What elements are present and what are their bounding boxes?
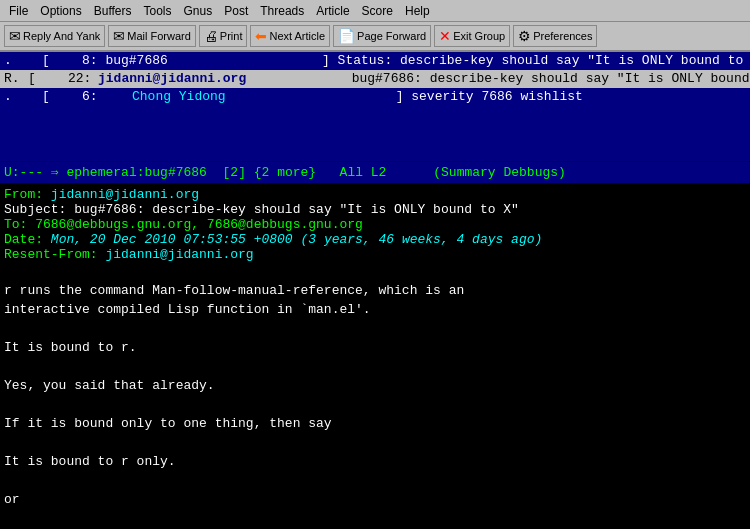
menu-article[interactable]: Article (311, 3, 354, 19)
menu-help[interactable]: Help (400, 3, 435, 19)
modeline-mode-name: (Summary Debbugs) (433, 165, 566, 180)
email-body-line (4, 433, 746, 452)
email-body-line (4, 395, 746, 414)
modeline-pos: All L2 (340, 165, 387, 180)
menu-score[interactable]: Score (357, 3, 398, 19)
table-row[interactable]: . [ 8: bug#7686 ] Status: describe-key s… (0, 52, 750, 70)
resent-label: Resent-From: (4, 247, 98, 262)
forward-icon: ✉ (113, 28, 125, 44)
email-body-line: interactive compiled Lisp function in `m… (4, 300, 746, 319)
preferences-icon: ⚙ (518, 28, 531, 44)
email-to-line: To: 7686@debbugs.gnu.org, 7686@debbugs.g… (4, 217, 746, 232)
modeline-arrow: ⇒ (51, 165, 67, 180)
menu-post[interactable]: Post (219, 3, 253, 19)
next-article-button[interactable]: ⬅ Next Article (250, 25, 330, 47)
message-list-spacer (0, 106, 750, 161)
message-list: . [ 8: bug#7686 ] Status: describe-key s… (0, 52, 750, 106)
email-body-line (4, 319, 746, 338)
email-body-line: It is bound to r. (4, 338, 746, 357)
menu-tools[interactable]: Tools (139, 3, 177, 19)
menu-gnus[interactable]: Gnus (179, 3, 218, 19)
email-date-line: Date: Mon, 20 Dec 2010 07:53:55 +0800 (3… (4, 232, 746, 247)
email-body-line (4, 509, 746, 528)
mail-forward-button[interactable]: ✉ Mail Forward (108, 25, 196, 47)
exit-icon: ✕ (439, 28, 451, 44)
page-forward-button[interactable]: 📄 Page Forward (333, 25, 431, 47)
print-icon: 🖨 (204, 28, 218, 44)
preferences-button[interactable]: ⚙ Preferences (513, 25, 597, 47)
toolbar: ✉ Reply And Yank ✉ Mail Forward 🖨 Print … (0, 22, 750, 52)
email-body-line: or (4, 490, 746, 509)
table-row[interactable]: R. [ 22: jidanni@jidanni.org bug#7686: d… (0, 70, 750, 88)
reply-icon: ✉ (9, 28, 21, 44)
email-subject-line: Subject: bug#7686: describe-key should s… (4, 202, 746, 217)
email-body: r runs the command Man-follow-manual-ref… (4, 262, 746, 529)
email-resent-line: Resent-From: jidanni@jidanni.org (4, 247, 746, 262)
next-icon: ⬅ (255, 28, 267, 44)
page-forward-icon: 📄 (338, 28, 355, 44)
menu-threads[interactable]: Threads (255, 3, 309, 19)
date-label: Date: (4, 232, 43, 247)
print-button[interactable]: 🖨 Print (199, 25, 248, 47)
email-content: From: jidanni@jidanni.org Subject: bug#7… (0, 183, 750, 529)
email-body-line: It is bound to r only. (4, 452, 746, 471)
table-row[interactable]: . [ 6: Chong Yidong ] severity 7686 wish… (0, 88, 750, 106)
exit-group-button[interactable]: ✕ Exit Group (434, 25, 510, 47)
reply-and-yank-button[interactable]: ✉ Reply And Yank (4, 25, 105, 47)
modeline-info: [2] {2 more} (215, 165, 332, 180)
modeline-mode (394, 165, 425, 180)
email-body-line (4, 262, 746, 281)
menubar: File Options Buffers Tools Gnus Post Thr… (0, 0, 750, 22)
email-body-line (4, 357, 746, 376)
from-label: From: (4, 187, 43, 202)
email-from-line: From: jidanni@jidanni.org (4, 187, 746, 202)
menu-options[interactable]: Options (35, 3, 86, 19)
modeline-buffer: ephemeral:bug#7686 (66, 165, 206, 180)
email-body-line: If it is bound only to one thing, then s… (4, 414, 746, 433)
menu-file[interactable]: File (4, 3, 33, 19)
top-modeline: U:--- ⇒ ephemeral:bug#7686 [2] {2 more} … (0, 161, 750, 183)
menu-buffers[interactable]: Buffers (89, 3, 137, 19)
subject-label: Subject: (4, 202, 66, 217)
to-label: To: (4, 217, 27, 232)
email-body-line: r runs the command Man-follow-manual-ref… (4, 281, 746, 300)
email-body-line (4, 471, 746, 490)
email-body-line: Yes, you said that already. (4, 376, 746, 395)
modeline-dashes: U:--- (4, 165, 43, 180)
